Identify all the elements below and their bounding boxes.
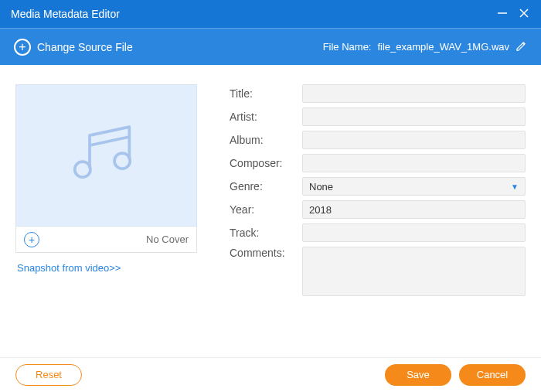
save-button[interactable]: Save [385, 364, 451, 386]
title-label: Title: [230, 87, 302, 100]
metadata-form: Title: Artist: Album: Composer: Genre: N… [197, 84, 526, 357]
change-source-button[interactable]: + Change Source File [14, 39, 133, 56]
edit-filename-icon[interactable] [515, 40, 527, 54]
titlebar: Media Metadata Editor [0, 0, 541, 28]
cover-column: + No Cover Snapshot from video>> [15, 84, 197, 357]
artist-label: Artist: [230, 111, 302, 123]
close-icon[interactable] [518, 7, 530, 22]
artist-input[interactable] [302, 107, 526, 126]
title-input[interactable] [302, 84, 526, 103]
change-source-label: Change Source File [37, 41, 133, 53]
genre-select[interactable]: None ▼ [302, 177, 526, 196]
toolbar: + Change Source File File Name: file_exa… [0, 28, 541, 65]
year-label: Year: [230, 203, 302, 216]
filename-value: file_example_WAV_1MG.wav [377, 41, 509, 53]
composer-input[interactable] [302, 154, 526, 172]
filename-label: File Name: [323, 41, 372, 53]
composer-label: Composer: [230, 157, 302, 169]
comments-label: Comments: [230, 247, 302, 259]
filename-block: File Name: file_example_WAV_1MG.wav [323, 40, 527, 54]
no-cover-label: No Cover [146, 233, 189, 245]
genre-label: Genre: [230, 180, 302, 193]
year-input[interactable] [302, 200, 526, 219]
track-label: Track: [230, 227, 302, 239]
svg-point-4 [74, 162, 90, 177]
cover-bar: + No Cover [15, 227, 197, 253]
main-area: + No Cover Snapshot from video>> Title: … [0, 65, 541, 357]
genre-selected: None [309, 181, 511, 193]
track-input[interactable] [302, 223, 526, 242]
album-label: Album: [230, 134, 302, 146]
cover-art-preview [15, 84, 197, 227]
comments-input[interactable] [302, 247, 526, 296]
plus-icon: + [14, 39, 31, 56]
snapshot-from-video-link[interactable]: Snapshot from video>> [15, 253, 197, 283]
cancel-button[interactable]: Cancel [459, 364, 526, 386]
svg-point-5 [114, 153, 130, 169]
minimize-icon[interactable] [496, 7, 509, 22]
app-title: Media Metadata Editor [11, 8, 120, 20]
footer: Reset Save Cancel [0, 357, 541, 391]
music-note-icon [64, 111, 149, 199]
chevron-down-icon: ▼ [511, 182, 519, 191]
reset-button[interactable]: Reset [15, 364, 82, 386]
add-cover-button[interactable]: + [24, 232, 39, 247]
album-input[interactable] [302, 131, 526, 149]
